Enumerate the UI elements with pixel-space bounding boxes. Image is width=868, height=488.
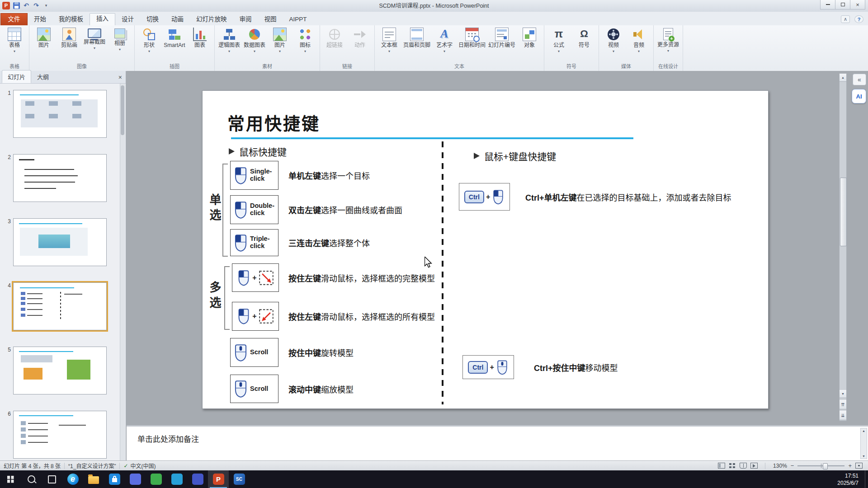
store-taskbar-icon[interactable]: [104, 470, 125, 488]
maximize-button[interactable]: [835, 0, 850, 9]
ribbon-tab-4[interactable]: 设计: [115, 14, 140, 25]
slideshow-icon[interactable]: [750, 463, 758, 469]
notes-scroll-down-icon[interactable]: ▼: [862, 454, 865, 459]
ribbon-button[interactable]: 图表: [187, 27, 212, 49]
edge-icon: e: [67, 474, 79, 485]
ribbon-button[interactable]: 数据图表▾: [242, 27, 267, 54]
file-explorer-icon: [88, 476, 99, 484]
ribbon-button[interactable]: 日期和时间: [457, 27, 487, 49]
slide-thumbnail[interactable]: [13, 411, 107, 459]
ribbon-tab-8[interactable]: 审阅: [233, 14, 258, 25]
show-desktop-button[interactable]: [865, 470, 868, 488]
ribbon-tab-3[interactable]: 插入: [90, 13, 115, 25]
vertical-scrollbar[interactable]: ▲ ▼ ⇈ ⇊: [839, 73, 847, 421]
spellcheck-icon[interactable]: ✓: [123, 463, 128, 469]
ribbon-tab-6[interactable]: 动画: [165, 14, 190, 25]
normal-view-icon[interactable]: [718, 463, 725, 469]
ai-assistant-badge[interactable]: AI: [852, 89, 866, 103]
ribbon-button[interactable]: 符号: [571, 27, 597, 49]
zoom-slider-notch: [821, 464, 821, 468]
slide-sorter-icon[interactable]: [729, 463, 736, 469]
ribbon-button[interactable]: 页眉和页脚: [402, 27, 432, 49]
tab-file[interactable]: 文件: [0, 13, 28, 25]
ribbon-button[interactable]: 文本框▾: [377, 27, 402, 54]
slide-thumbnail[interactable]: [13, 347, 107, 394]
ribbon-tab-9[interactable]: 视图: [258, 14, 283, 25]
close-button[interactable]: ×: [850, 0, 865, 9]
notes-scrollbar[interactable]: ▲ ▼: [860, 428, 867, 459]
zoom-slider[interactable]: [797, 462, 844, 469]
scrollbar-thumb[interactable]: [840, 178, 847, 246]
app-2-taskbar-icon[interactable]: [146, 470, 166, 488]
tab-outline[interactable]: 大纲: [31, 70, 55, 83]
ribbon-button[interactable]: 对象: [517, 27, 542, 49]
help-icon[interactable]: ?: [854, 15, 863, 23]
ribbon-tab-5[interactable]: 切换: [140, 14, 165, 25]
minimize-button[interactable]: [820, 0, 835, 9]
scroll-down-icon[interactable]: ▼: [840, 390, 846, 398]
ribbon-tab-7[interactable]: 幻灯片放映: [190, 14, 233, 25]
edge-taskbar-icon[interactable]: e: [62, 470, 83, 488]
ribbon-button[interactable]: 更多资源▾: [656, 27, 681, 53]
slide-thumbnail[interactable]: [13, 154, 107, 202]
ribbon-button-label: 形状: [144, 42, 155, 49]
zoom-level[interactable]: 130%: [773, 463, 787, 469]
spaceclaim-taskbar-icon[interactable]: SC: [229, 470, 250, 488]
zoom-out-icon[interactable]: −: [791, 462, 794, 469]
minimize-ribbon-icon[interactable]: ∧: [841, 15, 850, 23]
language-indicator[interactable]: 中文(中国): [130, 462, 156, 469]
ribbon-button[interactable]: 公式▾: [546, 27, 571, 54]
powerpoint-taskbar-icon[interactable]: P: [208, 470, 229, 488]
list-item: 4: [3, 282, 120, 330]
reading-view-icon[interactable]: [740, 463, 747, 469]
search-button[interactable]: [21, 470, 42, 488]
data-chart-icon: [249, 29, 260, 40]
ribbon-button[interactable]: 艺术字▾: [432, 27, 457, 54]
object-icon: [523, 28, 536, 41]
separator: [119, 463, 120, 469]
ribbon-button[interactable]: 图片▾: [267, 27, 292, 54]
notes-pane[interactable]: 单击此处添加备注 ▲ ▼: [127, 425, 868, 460]
ribbon-button[interactable]: 逻辑图表▾: [217, 27, 242, 54]
notes-scroll-up-icon[interactable]: ▲: [862, 428, 865, 433]
ribbon-button[interactable]: 图标▾: [292, 27, 318, 54]
ribbon-button[interactable]: 相册▾: [107, 27, 132, 52]
close-panel-icon[interactable]: ×: [118, 74, 122, 81]
zoom-in-icon[interactable]: +: [848, 462, 852, 469]
ribbon-button[interactable]: 音频▾: [626, 27, 651, 54]
tab-slides[interactable]: 幻灯片: [2, 70, 31, 83]
zoom-slider-thumb[interactable]: [823, 463, 828, 469]
task-view-button[interactable]: [42, 470, 62, 488]
ribbon-button[interactable]: 表格▾: [2, 27, 27, 54]
ribbon-button-label: 幻灯片编号: [488, 42, 515, 49]
ribbon-tab-10[interactable]: AIPPT: [283, 14, 313, 25]
ribbon-button[interactable]: SmartArt: [162, 27, 187, 49]
slide-thumbnail[interactable]: [13, 90, 107, 138]
audio-icon: [632, 28, 646, 41]
start-button[interactable]: [0, 470, 21, 488]
slide-thumbnail[interactable]: [13, 218, 107, 266]
slide-canvas[interactable]: 常用快捷键 鼠标快捷键 鼠标+键盘快捷键 单选 多选 Single-click单…: [202, 90, 769, 409]
ribbon-button[interactable]: 幻灯片编号: [487, 27, 517, 49]
panel-scrollbar-thumb[interactable]: [121, 85, 124, 135]
taskbar-clock[interactable]: 17:51 2025/6/7: [837, 470, 865, 488]
ribbon-button[interactable]: 形状▾: [137, 27, 162, 54]
fit-to-window-icon[interactable]: [855, 463, 863, 469]
ribbon-button[interactable]: 屏幕截图▾: [82, 27, 107, 51]
scroll-up-icon[interactable]: ▲: [840, 74, 846, 82]
ribbon-button[interactable]: 视频▾: [601, 27, 626, 54]
ribbon-button[interactable]: 剪贴画: [57, 27, 82, 49]
ribbon-button: 动作: [347, 27, 373, 49]
previous-slide-icon[interactable]: ⇈: [840, 400, 846, 409]
app-3-taskbar-icon[interactable]: [166, 470, 187, 488]
ribbon-tab-2[interactable]: 我的模板: [52, 14, 90, 25]
collapse-pane-icon[interactable]: «: [853, 74, 866, 85]
app-4-taskbar-icon[interactable]: [187, 470, 208, 488]
file-explorer-taskbar-icon[interactable]: [83, 470, 104, 488]
ribbon-tab-1[interactable]: 开始: [28, 14, 52, 25]
app-1-taskbar-icon[interactable]: [125, 470, 146, 488]
slide-thumbnail[interactable]: [13, 282, 107, 330]
panel-scrollbar[interactable]: [120, 84, 125, 460]
ribbon-button[interactable]: 图片: [31, 27, 57, 49]
next-slide-icon[interactable]: ⇊: [840, 411, 846, 420]
